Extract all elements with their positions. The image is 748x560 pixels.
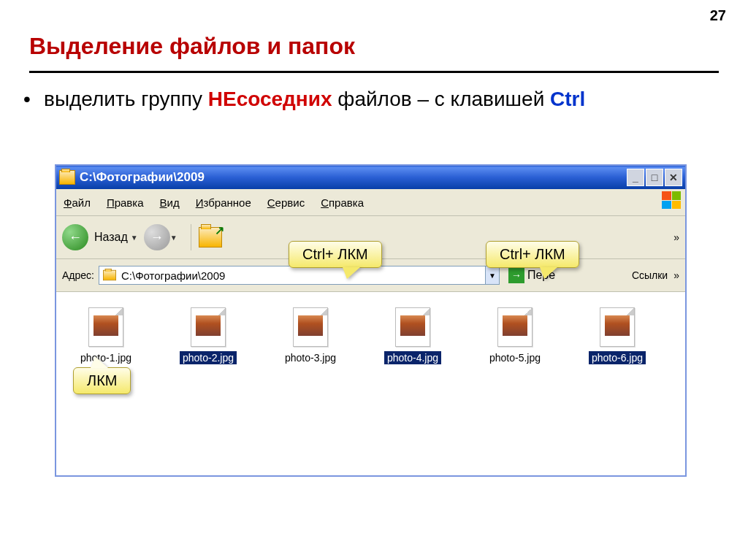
file-name: photo-5.jpg [486,351,543,364]
file-item[interactable]: photo-2.jpg [169,307,248,364]
callout-lkm: ЛКМ [73,367,131,394]
file-list: photo-1.jpg photo-2.jpg photo-3.jpg phot… [66,307,675,364]
links-label[interactable]: Ссылки [632,269,668,281]
file-item[interactable]: photo-5.jpg [476,307,554,364]
close-button[interactable]: ✕ [665,169,682,186]
window-title: C:\Фотографии\2009 [80,170,205,185]
menu-favorites[interactable]: Избранное [196,196,251,209]
title-underline [29,71,719,73]
bullet-pre: выделить группу [44,88,208,110]
forward-button[interactable]: → [144,224,170,250]
menu-file[interactable]: Файл [64,196,91,209]
explorer-window: C:\Фотографии\2009 _ □ ✕ Файл Правка Вид… [55,164,687,477]
address-value: C:\Фотографии\2009 [121,269,225,282]
minimize-button[interactable]: _ [627,169,644,186]
back-button[interactable]: ← [62,224,88,250]
file-name: photo-6.jpg [589,351,646,364]
titlebar[interactable]: C:\Фотографии\2009 _ □ ✕ [56,166,685,189]
menu-tools[interactable]: Сервис [267,196,305,209]
bullet-red: НЕсоседних [208,88,332,110]
maximize-button[interactable]: □ [646,169,663,186]
file-name: photo-3.jpg [282,351,339,364]
address-label: Адрес: [62,269,94,281]
address-folder-icon [103,270,116,280]
toolbar-overflow[interactable]: » [673,231,679,243]
thumbnail-icon [293,307,328,347]
bullet-blue: Ctrl [550,88,585,110]
file-pane[interactable]: photo-1.jpg photo-2.jpg photo-3.jpg phot… [56,292,685,475]
thumbnail-icon [395,307,430,347]
menu-view[interactable]: Вид [160,196,180,209]
back-label: Назад [94,231,128,244]
bullet-text: выделить группу НЕсоседних файлов – с кл… [44,86,719,112]
file-item[interactable]: photo-6.jpg [578,307,657,364]
thumbnail-icon [191,307,226,347]
go-button[interactable]: → [508,267,524,283]
file-name: photo-4.jpg [384,351,441,364]
bullet-mid: файлов – с клавишей [332,88,550,110]
thumbnail-icon [497,307,533,347]
menu-help[interactable]: Справка [321,196,364,209]
thumbnail-icon [88,307,123,347]
slide-title: Выделение файлов и папок [0,0,748,71]
callout-ctrl-lkm-1: Ctrl+ ЛКМ [289,241,382,268]
back-dropdown[interactable]: ▼ [131,234,138,242]
callout-ctrl-lkm-2: Ctrl+ ЛКМ [486,241,579,268]
folder-icon [59,170,75,185]
forward-dropdown[interactable]: ▼ [170,234,178,242]
address-dropdown[interactable]: ▼ [486,266,500,285]
thumbnail-icon [600,307,635,347]
separator [191,224,191,250]
up-folder-icon[interactable] [199,227,222,248]
links-overflow[interactable]: » [673,269,679,281]
file-item[interactable]: photo-3.jpg [271,307,350,364]
file-name: photo-2.jpg [180,351,237,364]
file-item[interactable]: photo-4.jpg [373,307,452,364]
address-input[interactable]: C:\Фотографии\2009 [99,266,486,285]
windows-logo-icon [662,191,681,209]
page-number: 27 [710,7,726,24]
menu-edit[interactable]: Правка [107,196,144,209]
menubar: Файл Правка Вид Избранное Сервис Справка [56,189,685,216]
